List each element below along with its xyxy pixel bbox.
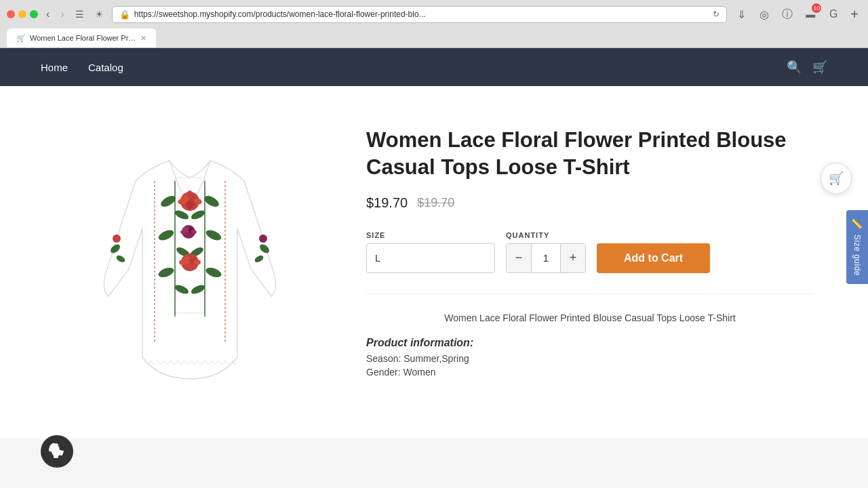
size-group: SIZE XS S M L XL XXL [366, 231, 495, 273]
options-row: SIZE XS S M L XL XXL QUANTITY − 1 [366, 231, 814, 273]
svg-point-36 [113, 235, 121, 243]
product-title: Women Lace Floral Flower Printed Blouse … [366, 127, 814, 182]
quantity-label: QUANTITY [506, 231, 586, 239]
product-info-label: Product information: [366, 337, 814, 349]
cart-nav-button[interactable]: 🛒 [812, 60, 827, 75]
website: Home Catalog 🔍 🛒 [0, 48, 868, 439]
add-to-cart-button[interactable]: Add to Cart [597, 243, 710, 273]
quantity-group: QUANTITY − 1 + [506, 231, 586, 273]
gender-info: Gender: Women [366, 367, 814, 378]
info-icon[interactable]: ⓘ [778, 5, 796, 23]
extensions-icon[interactable]: ◎ [755, 5, 773, 23]
extension-puzzle-icon[interactable]: ▬ 10 [802, 5, 819, 23]
size-guide-icon: 📏 [852, 218, 863, 230]
nav-home[interactable]: Home [41, 62, 68, 73]
quantity-control: − 1 + [506, 243, 586, 273]
quantity-decrease-button[interactable]: − [507, 243, 531, 273]
tab-favicon: 🛒 [16, 34, 26, 43]
size-select[interactable]: XS S M L XL XXL [366, 243, 495, 273]
site-nav: Home Catalog 🔍 🛒 [0, 48, 868, 86]
size-guide-button[interactable]: 📏 Size guide [846, 210, 868, 284]
svg-point-39 [259, 235, 267, 243]
svg-point-30 [179, 260, 186, 265]
product-image [75, 127, 305, 398]
url-text: https://sweetshop.myshopify.com/products… [134, 9, 426, 19]
product-description: Women Lace Floral Flower Printed Blouse … [366, 293, 814, 378]
security-icon: 🔒 [119, 9, 130, 20]
cloud-icon[interactable]: ☀ [92, 9, 106, 20]
description-text: Women Lace Floral Flower Printed Blouse … [366, 310, 814, 327]
close-traffic-light[interactable] [7, 10, 15, 18]
tab-title: Women Lace Floral Flower Printed Blouse.… [30, 34, 136, 42]
nav-catalog[interactable]: Catalog [88, 62, 123, 73]
quantity-value: 1 [531, 243, 561, 273]
product-page: Women Lace Floral Flower Printed Blouse … [0, 86, 868, 439]
maximize-traffic-light[interactable] [30, 10, 38, 18]
new-tab-button[interactable]: + [848, 7, 861, 22]
traffic-lights [7, 10, 38, 18]
product-info-section: Product information: Season: Summer,Spri… [366, 337, 814, 378]
price-original: $19.70 [417, 196, 454, 210]
nav-right: 🔍 🛒 [787, 60, 827, 75]
tab-close-icon[interactable]: ✕ [140, 34, 146, 43]
season-info: Season: Summer,Spring [366, 353, 814, 364]
browser-chrome: ‹ › ☰ ☀ 🔒 https://sweetshop.myshopify.co… [0, 0, 868, 48]
cart-float-button[interactable]: 🛒 [821, 163, 852, 194]
reload-icon[interactable]: ↻ [713, 9, 719, 19]
svg-point-31 [194, 260, 201, 265]
price-current: $19.70 [366, 195, 408, 211]
url-bar[interactable]: 🔒 https://sweetshop.myshopify.com/produc… [112, 6, 728, 23]
size-guide-label: Size guide [852, 235, 862, 276]
back-button[interactable]: ‹ [43, 8, 52, 20]
minimize-traffic-light[interactable] [18, 10, 26, 18]
menu-icon[interactable]: G [825, 5, 842, 23]
product-image-container [54, 120, 326, 405]
quantity-increase-button[interactable]: + [561, 243, 585, 273]
price-row: $19.70 $19.70 [366, 195, 814, 211]
sidebar-toggle[interactable]: ☰ [73, 9, 87, 20]
active-tab[interactable]: 🛒 Women Lace Floral Flower Printed Blous… [7, 28, 156, 47]
search-nav-button[interactable]: 🔍 [787, 60, 802, 75]
download-icon[interactable]: ⇓ [732, 5, 750, 23]
nav-left: Home Catalog [41, 62, 123, 73]
svg-point-21 [187, 190, 193, 199]
forward-button[interactable]: › [58, 8, 66, 20]
svg-point-18 [186, 201, 194, 209]
size-label: SIZE [366, 231, 495, 239]
product-image-col [54, 120, 326, 405]
product-info-col: Women Lace Floral Flower Printed Blouse … [366, 120, 814, 405]
